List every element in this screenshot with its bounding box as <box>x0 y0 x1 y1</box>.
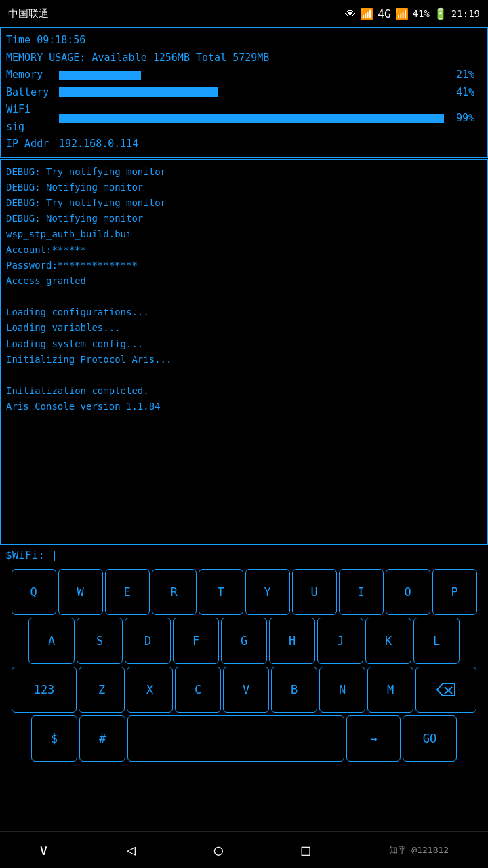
key-z[interactable]: Z <box>79 667 125 713</box>
key-a[interactable]: A <box>28 618 75 664</box>
key-y[interactable]: Y <box>245 569 290 615</box>
key-x[interactable]: X <box>127 667 173 713</box>
key-f[interactable]: F <box>173 618 219 664</box>
memory-label: Memory <box>6 66 55 84</box>
cursor-blink: | <box>51 549 58 561</box>
console-panel: DEBUG: Try notifying monitorDEBUG: Notif… <box>0 159 488 545</box>
key-l[interactable]: L <box>413 618 460 664</box>
key-dollar[interactable]: $ <box>31 715 77 762</box>
console-line: DEBUG: Notifying monitor <box>6 180 482 195</box>
wifi-pct-text: 99% <box>456 110 482 127</box>
console-line: DEBUG: Notifying monitor <box>6 211 482 226</box>
console-output: DEBUG: Try notifying monitorDEBUG: Notif… <box>6 164 482 415</box>
nav-bar: ∨ ◁ ○ □ 知乎 @121812 <box>0 831 488 868</box>
battery-bar-container <box>59 87 448 97</box>
key-n[interactable]: N <box>319 667 365 713</box>
key-hash[interactable]: # <box>79 715 125 762</box>
key-b[interactable]: B <box>271 667 317 713</box>
key-g[interactable]: G <box>221 618 267 664</box>
wifi-bar-fill <box>59 114 444 123</box>
signal-label: 4G <box>378 7 390 20</box>
memory-usage-line: MEMORY USAGE: Available 1256MB Total 572… <box>6 50 482 67</box>
ip-label: IP Addr <box>6 136 55 153</box>
time-label: 21:19 <box>451 8 480 19</box>
console-line: wsp_stp_auth_build.bui <box>6 226 482 242</box>
battery-label: Battery <box>6 84 55 102</box>
key-j[interactable]: J <box>317 618 363 664</box>
console-line <box>6 289 482 304</box>
nav-recent-icon[interactable]: □ <box>302 842 310 859</box>
info-panel: Time 09:18:56 MEMORY USAGE: Available 12… <box>0 27 488 158</box>
svg-marker-0 <box>437 684 455 696</box>
wifi-icon: 📶 <box>360 7 373 20</box>
carrier-label: 中国联通 <box>8 7 49 20</box>
key-space[interactable] <box>127 715 344 762</box>
key-v[interactable]: V <box>223 667 269 713</box>
key-c[interactable]: C <box>175 667 221 713</box>
console-line: Aris Console version 1.1.84 <box>6 399 482 414</box>
console-line: Loading variables... <box>6 320 482 336</box>
wifi-label: WiFi sig <box>6 101 55 136</box>
key-o[interactable]: O <box>386 569 430 615</box>
nav-chevron-icon[interactable]: ∨ <box>39 842 48 859</box>
battery-pct-label: 41% <box>413 8 430 19</box>
keyboard: QWERTYUIOP ASDFGHJKL 123ZXCVBNM $#→GO <box>0 566 488 767</box>
signal-bars-icon: 📶 <box>395 7 409 20</box>
key-h[interactable]: H <box>269 618 315 664</box>
battery-row: Battery 41% <box>6 84 482 102</box>
console-line: DEBUG: Try notifying monitor <box>6 195 482 211</box>
nav-back-icon[interactable]: ◁ <box>127 842 136 859</box>
status-bar: 中国联通 👁 📶 4G 📶 41% 🔋 21:19 <box>0 0 488 27</box>
memory-row: Memory 21% <box>6 66 482 84</box>
key-w[interactable]: W <box>58 569 103 615</box>
key-p[interactable]: P <box>432 569 477 615</box>
keyboard-row-2: ASDFGHJKL <box>1 618 487 664</box>
wifi-row: WiFi sig 99% <box>6 101 482 136</box>
ip-row: IP Addr 192.168.0.114 <box>6 136 482 153</box>
memory-bar-fill <box>59 71 141 80</box>
key-t[interactable]: T <box>199 569 243 615</box>
keyboard-row-4: $#→GO <box>1 715 487 762</box>
ip-value: 192.168.0.114 <box>59 136 138 153</box>
console-line: Initializing Protocol Aris... <box>6 352 482 368</box>
key-e[interactable]: E <box>105 569 150 615</box>
time-line: Time 09:18:56 <box>6 32 482 50</box>
key-r[interactable]: R <box>152 569 197 615</box>
console-line: Loading system config... <box>6 336 482 352</box>
console-line: Loading configurations... <box>6 304 482 320</box>
key-d[interactable]: D <box>125 618 171 664</box>
console-line: Account:****** <box>6 242 482 258</box>
key-k[interactable]: K <box>365 618 411 664</box>
key-go[interactable]: GO <box>403 715 457 762</box>
console-line: Initialization completed. <box>6 383 482 399</box>
keyboard-row-1: QWERTYUIOP <box>1 569 487 615</box>
status-icons: 👁 📶 4G 📶 41% 🔋 21:19 <box>345 7 480 20</box>
key-i[interactable]: I <box>339 569 384 615</box>
zhihu-nav-label: 知乎 @121812 <box>389 844 449 856</box>
eye-icon: 👁 <box>345 7 356 20</box>
cmd-input-area[interactable]: $WiFi: | <box>0 545 488 566</box>
battery-bar-fill <box>59 87 218 97</box>
console-line: DEBUG: Try notifying monitor <box>6 164 482 180</box>
key-arrow[interactable]: → <box>346 715 401 762</box>
console-line <box>6 368 482 383</box>
key-s[interactable]: S <box>77 618 123 664</box>
cmd-prompt: $WiFi: <box>5 549 45 561</box>
keyboard-row-3: 123ZXCVBNM <box>1 667 487 713</box>
key-u[interactable]: U <box>292 569 337 615</box>
wifi-bar-container <box>59 114 448 123</box>
key-123[interactable]: 123 <box>12 667 77 713</box>
key-m[interactable]: M <box>367 667 413 713</box>
console-line: Password:************** <box>6 258 482 273</box>
memory-pct-text: 21% <box>456 66 482 84</box>
console-line: Access granted <box>6 273 482 289</box>
battery-pct-text: 41% <box>456 84 482 102</box>
key-q[interactable]: Q <box>12 569 56 615</box>
nav-home-icon[interactable]: ○ <box>214 842 223 859</box>
battery-icon: 🔋 <box>434 7 447 20</box>
backspace-key[interactable] <box>415 667 476 713</box>
memory-bar-container <box>59 71 448 80</box>
